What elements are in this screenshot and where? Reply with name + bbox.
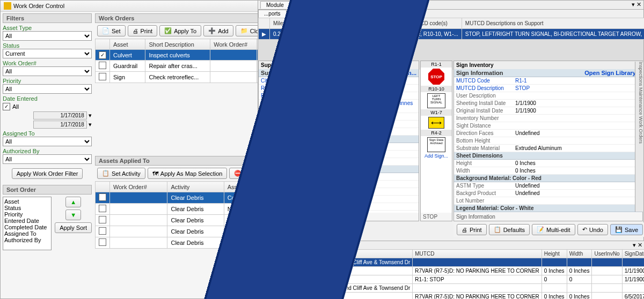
turn-sign-icon[interactable]: LEFT TURN SIGNAL (427, 93, 445, 108)
property-row[interactable]: User Description (454, 92, 642, 100)
status-label: Status (3, 42, 92, 49)
set-activity-button[interactable]: 📋 Set Activity (97, 168, 145, 179)
undo-button[interactable]: ↶ Undo (577, 224, 608, 235)
app-icon (4, 2, 11, 10)
property-row[interactable]: Direction FacesUndefined (454, 130, 642, 137)
open-sign-library-link[interactable]: Open Sign Library... (584, 70, 640, 76)
stop-sign-icon[interactable]: STOP (428, 69, 444, 85)
property-row[interactable]: Original Install Date1/1/1900 (454, 107, 642, 115)
col-asset[interactable]: Asset (110, 39, 145, 50)
module-tab[interactable]: Module (260, 1, 290, 9)
date-all-checkbox[interactable] (3, 103, 10, 110)
priority-label: Priority (3, 78, 92, 84)
authorized-by-select[interactable]: All (3, 154, 92, 164)
col-wo2[interactable]: Work Order# (110, 182, 167, 192)
property-row[interactable]: MUTCD DescriptionSTOP (454, 85, 642, 92)
apply-map-button[interactable]: 🗺 Apply As Map Selection (148, 168, 228, 179)
property-row[interactable]: Backgrd ProductUndefined (454, 190, 642, 197)
wo-select[interactable]: All (3, 66, 92, 76)
archived-sign-icon[interactable]: Sign Data Archived (427, 137, 445, 152)
window-title: Work Order Control (13, 3, 64, 9)
apply-to-button[interactable]: ✅ Apply To (159, 25, 201, 36)
apply-filter-button[interactable]: Apply Work Order Filter (12, 168, 83, 179)
property-row[interactable]: Sight Distance (454, 122, 642, 130)
priority-select[interactable]: All (3, 84, 92, 94)
wo-label: Work Order# (3, 60, 92, 66)
date-to-field[interactable]: 1/17/2018 (33, 121, 87, 129)
col-desc[interactable]: Short Description (145, 39, 210, 50)
asset-type-select[interactable]: All (3, 31, 92, 41)
add-sign-link[interactable]: Add Sign... (421, 153, 452, 159)
move-down-button[interactable]: ▼ (65, 210, 81, 220)
sign-status: Sign Information (454, 213, 642, 221)
asset-type-label: Asset Type (3, 25, 92, 31)
assigned-to-select[interactable]: All (3, 137, 92, 146)
print2-button[interactable]: 🖨 Print (457, 224, 487, 235)
defaults-button[interactable]: 📋 Defaults (489, 224, 530, 235)
move-up-button[interactable]: ▲ (65, 197, 81, 207)
apply-sort-button[interactable]: Apply Sort (55, 222, 92, 233)
sort-list[interactable]: AssetStatusPriority Entered DateComplete… (3, 197, 52, 250)
assigned-to-label: Assigned To (3, 130, 92, 137)
sign-inventory-title: Sign Inventory (454, 61, 642, 69)
row-checkbox[interactable] (99, 73, 106, 80)
row-checkbox[interactable] (99, 51, 106, 59)
authorized-by-label: Authorized By (3, 148, 92, 154)
arrow-sign-icon[interactable]: ⟷ (428, 117, 444, 129)
status-select[interactable]: Current (3, 49, 92, 58)
property-row[interactable]: Lot Number (454, 197, 642, 205)
sort-title: Sort Order (3, 185, 92, 195)
property-row[interactable]: Height0 Inches (454, 160, 642, 167)
multi-edit-button[interactable]: 📝 Multi-edit (532, 224, 575, 235)
property-row[interactable]: Sheeting Install Date1/1/1900 (454, 100, 642, 107)
property-row[interactable]: MUTCD CodeR1-1 (454, 77, 642, 85)
col-act[interactable]: Activity (167, 182, 224, 192)
property-row[interactable]: ASTM TypeUndefined (454, 182, 642, 190)
sign-code-status: STOP (421, 213, 452, 221)
set-button[interactable]: 📄 Set (97, 25, 126, 36)
ports-tab[interactable]: ...ports (258, 10, 287, 18)
add-button[interactable]: ➕ Add (203, 25, 233, 36)
property-row[interactable]: Inventory Number (454, 115, 642, 122)
date-all-label: All (12, 103, 19, 110)
property-row[interactable]: Bottom Height (454, 137, 642, 145)
save-button[interactable]: 💾 Save (610, 224, 643, 235)
date-entered-label: Date Entered (3, 95, 92, 102)
col-wo[interactable]: Work Order# (210, 39, 257, 50)
property-row[interactable]: Substrate MaterialExtruded Aluminum (454, 145, 642, 152)
print-button[interactable]: 🖨 Print (128, 25, 158, 36)
date-from-field[interactable]: 1/17/2018 (33, 111, 87, 119)
property-row[interactable]: Width0 Inches (454, 167, 642, 175)
filters-title: Filters (3, 13, 92, 23)
row-checkbox[interactable] (99, 62, 106, 69)
vertical-tabs[interactable]: Inspections Maintenance Work Orders (635, 62, 643, 212)
